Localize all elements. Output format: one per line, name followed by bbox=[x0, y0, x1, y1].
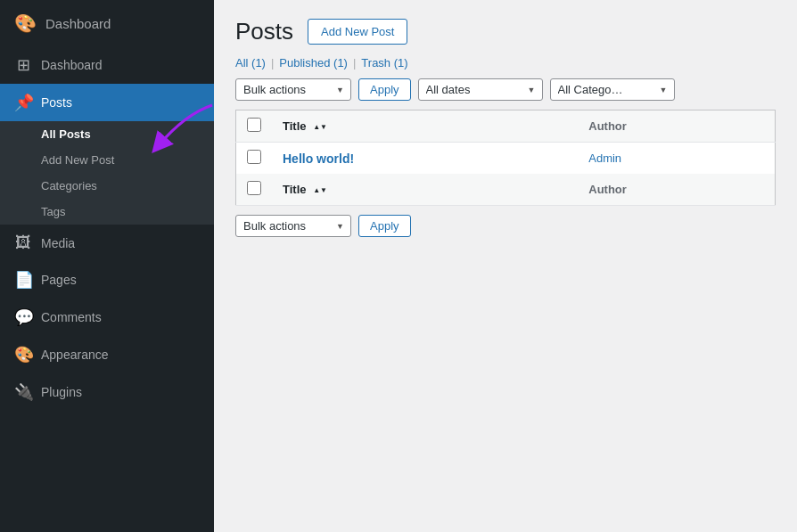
posts-table-container: Title ▲▼ Author Hello world! bbox=[235, 110, 776, 206]
post-title-link[interactable]: Hello world! bbox=[283, 151, 354, 166]
col-header-title[interactable]: Title ▲▼ bbox=[272, 110, 578, 143]
add-new-post-button[interactable]: Add New Post bbox=[308, 19, 407, 45]
main-content: Posts Add New Post All (1) | Published (… bbox=[214, 0, 797, 532]
filter-sep-2: | bbox=[353, 56, 356, 70]
category-filter-select[interactable]: All Catego… bbox=[550, 78, 675, 101]
row-title-cell: Hello world! bbox=[272, 143, 578, 175]
page-title: Posts bbox=[235, 18, 293, 45]
page-header: Posts Add New Post bbox=[235, 18, 776, 45]
footer-sort-arrows[interactable]: ▲▼ bbox=[313, 187, 327, 194]
bulk-actions-select-bottom[interactable]: Bulk actions bbox=[235, 215, 351, 237]
posts-table: Title ▲▼ Author Hello world! bbox=[235, 110, 776, 206]
row-checkbox-cell bbox=[236, 143, 273, 175]
posts-submenu: All Posts Add New Post Categories Tags bbox=[0, 121, 214, 225]
posts-icon: 📌 bbox=[14, 93, 32, 112]
appearance-icon: 🎨 bbox=[14, 345, 32, 364]
apply-button-bottom[interactable]: Apply bbox=[358, 215, 411, 237]
sidebar-item-label: Pages bbox=[41, 273, 77, 287]
post-author-link[interactable]: Admin bbox=[588, 151, 621, 165]
table-body: Hello world! Admin bbox=[236, 143, 776, 175]
row-checkbox[interactable] bbox=[247, 150, 261, 164]
sidebar-item-pages[interactable]: 📄 Pages bbox=[0, 261, 214, 299]
footer-author-label: Author bbox=[588, 183, 627, 196]
filter-links: All (1) | Published (1) | Trash (1) bbox=[235, 56, 776, 70]
bulk-actions-wrapper-top: Bulk actions bbox=[235, 78, 351, 101]
col-author-label: Author bbox=[588, 119, 627, 133]
sidebar-item-comments[interactable]: 💬 Comments bbox=[0, 299, 214, 336]
select-all-checkbox[interactable] bbox=[247, 118, 261, 132]
col-header-checkbox bbox=[236, 110, 273, 143]
sidebar-logo[interactable]: 🎨 Dashboard bbox=[0, 0, 214, 46]
footer-title-label: Title bbox=[283, 183, 307, 196]
sidebar-item-plugins[interactable]: 🔌 Plugins bbox=[0, 373, 214, 411]
sidebar: 🎨 Dashboard ⊞ Dashboard 📌 Posts All Post… bbox=[0, 0, 214, 532]
apply-button-top[interactable]: Apply bbox=[358, 78, 411, 101]
table-header-row: Title ▲▼ Author bbox=[236, 110, 776, 143]
date-filter-wrapper: All dates bbox=[418, 78, 543, 101]
select-all-footer-checkbox[interactable] bbox=[247, 181, 261, 195]
comments-icon: 💬 bbox=[14, 307, 32, 327]
sidebar-item-label: Plugins bbox=[41, 385, 82, 399]
submenu-all-posts[interactable]: All Posts bbox=[0, 121, 214, 147]
sidebar-item-label: Media bbox=[41, 236, 75, 250]
table-row: Hello world! Admin bbox=[236, 143, 776, 175]
bulk-actions-wrapper-bottom: Bulk actions bbox=[235, 215, 351, 237]
bottom-toolbar: Bulk actions Apply bbox=[235, 215, 776, 237]
category-filter-wrapper: All Catego… bbox=[550, 78, 675, 101]
footer-col-title[interactable]: Title ▲▼ bbox=[272, 174, 578, 206]
col-title-label: Title bbox=[283, 119, 307, 133]
footer-col-checkbox bbox=[236, 174, 273, 206]
media-icon: 🖼 bbox=[14, 233, 32, 252]
row-author-cell: Admin bbox=[578, 143, 775, 175]
submenu-tags[interactable]: Tags bbox=[0, 199, 214, 225]
pages-icon: 📄 bbox=[14, 270, 32, 290]
sidebar-item-dashboard[interactable]: ⊞ Dashboard bbox=[0, 46, 214, 84]
sidebar-logo-label: Dashboard bbox=[45, 16, 111, 31]
dashboard-icon: 🎨 bbox=[14, 12, 37, 34]
filter-sep-1: | bbox=[271, 56, 274, 70]
col-header-author: Author bbox=[578, 110, 775, 143]
submenu-add-new-post[interactable]: Add New Post bbox=[0, 147, 214, 173]
table-footer-row: Title ▲▼ Author bbox=[236, 174, 776, 206]
submenu-categories[interactable]: Categories bbox=[0, 173, 214, 199]
sidebar-item-label: Comments bbox=[41, 310, 102, 324]
plugins-icon: 🔌 bbox=[14, 382, 32, 402]
sidebar-item-label: Appearance bbox=[41, 348, 109, 362]
sidebar-item-appearance[interactable]: 🎨 Appearance bbox=[0, 336, 214, 373]
sidebar-item-posts[interactable]: 📌 Posts bbox=[0, 84, 214, 121]
sidebar-item-label: Posts bbox=[41, 95, 72, 110]
sidebar-item-label: Dashboard bbox=[41, 58, 103, 72]
sidebar-item-media[interactable]: 🖼 Media bbox=[0, 225, 214, 261]
filter-published[interactable]: Published (1) bbox=[279, 56, 348, 70]
date-filter-select[interactable]: All dates bbox=[418, 78, 543, 101]
filter-all[interactable]: All (1) bbox=[235, 56, 266, 70]
sort-arrows-title[interactable]: ▲▼ bbox=[313, 124, 327, 131]
dashboard-nav-icon: ⊞ bbox=[14, 55, 32, 75]
top-toolbar: Bulk actions Apply All dates All Catego… bbox=[235, 78, 776, 101]
filter-trash[interactable]: Trash (1) bbox=[361, 56, 407, 70]
footer-col-author: Author bbox=[578, 174, 775, 206]
bulk-actions-select-top[interactable]: Bulk actions bbox=[235, 78, 351, 101]
